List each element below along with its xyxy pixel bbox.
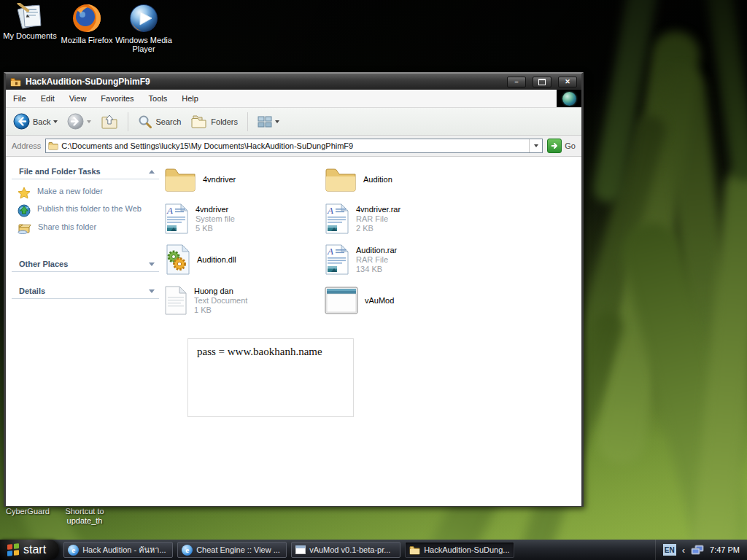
- taskbar-buttons: e Hack Audition - ค้นหา... e Cheat Engin…: [63, 542, 514, 558]
- search-icon: [138, 114, 152, 129]
- file-name: vAuMod: [365, 296, 394, 306]
- menu-edit[interactable]: Edit: [34, 94, 62, 103]
- details-title: Details: [19, 287, 45, 295]
- task-label: Make a new folder: [37, 187, 103, 196]
- taskbar-button-cheat-engine[interactable]: e Cheat Engine :: View ...: [177, 542, 287, 558]
- tray-collapse-icon[interactable]: ‹: [682, 545, 685, 555]
- up-folder-icon: [101, 114, 118, 130]
- menu-file[interactable]: File: [6, 94, 34, 103]
- start-button[interactable]: start: [0, 540, 59, 560]
- language-indicator[interactable]: EN: [663, 544, 676, 556]
- file-type: System file: [196, 214, 235, 224]
- system-tray: EN ‹ 7:47 PM: [655, 540, 747, 560]
- file-folder-tasks-header[interactable]: File and Folder Tasks: [12, 166, 159, 179]
- network-icon[interactable]: [691, 545, 704, 556]
- svg-text:A: A: [327, 205, 333, 216]
- file-tile-audition-rar[interactable]: A Audition.rar RAR File 134 KB: [325, 242, 397, 277]
- file-type: RAR File: [356, 214, 400, 224]
- address-folder-icon: [48, 141, 58, 150]
- folders-label: Folders: [211, 117, 238, 126]
- details-header[interactable]: Details: [12, 285, 159, 299]
- address-bar: Address C:\Documents and Settings\lucky1…: [6, 136, 581, 157]
- file-name: 4vndriver: [203, 175, 236, 184]
- menu-bar: File Edit View Favorites Tools Help: [6, 90, 581, 108]
- taskbar-button-vaumod[interactable]: vAuMod v0.1-beta-pr...: [291, 542, 400, 558]
- desktop-icon-update-shortcut-label[interactable]: Shortcut to update_th: [61, 507, 108, 526]
- back-label: Back: [33, 117, 50, 126]
- file-tile-huong-dan[interactable]: Huong dan Text Document 1 KB: [164, 283, 247, 318]
- desktop-icon-wmp[interactable]: Windows Media Player: [115, 3, 172, 53]
- other-places-header[interactable]: Other Places: [12, 258, 159, 272]
- collapse-icon: [149, 170, 155, 174]
- folder-icon: [164, 166, 196, 192]
- dll-file-icon: [164, 244, 190, 276]
- up-button[interactable]: [98, 112, 121, 131]
- address-input[interactable]: C:\Documents and Settings\lucky15\My Doc…: [45, 139, 543, 153]
- file-name: Audition.dll: [197, 255, 236, 265]
- minimize-icon: –: [514, 79, 518, 85]
- text-document-icon: [164, 285, 187, 316]
- start-label: start: [23, 543, 46, 556]
- toolbar-separator: [128, 112, 128, 131]
- file-name: Audition.rar: [356, 246, 397, 255]
- new-folder-star-icon: [18, 187, 31, 199]
- task-label: HackAudition-SuDung...: [424, 545, 509, 554]
- other-places-title: Other Places: [19, 260, 68, 268]
- windows-media-player-icon: [128, 3, 159, 34]
- file-tile-vaumod[interactable]: vAuMod: [325, 283, 394, 318]
- go-button[interactable]: Go: [547, 139, 576, 153]
- svg-text:A: A: [327, 246, 333, 257]
- file-tile-4vndriver-sys[interactable]: A 4vndriver System file 5 KB: [164, 201, 235, 236]
- menu-view[interactable]: View: [62, 94, 94, 103]
- back-button[interactable]: Back: [10, 112, 61, 131]
- maximize-button[interactable]: [533, 77, 551, 88]
- internet-explorer-icon: e: [182, 545, 193, 556]
- task-label: Publish this folder to the Web: [37, 204, 142, 214]
- close-icon: ✕: [565, 79, 570, 85]
- back-dropdown-icon: [53, 120, 58, 123]
- go-label: Go: [565, 141, 576, 150]
- taskbar-button-hack-audition[interactable]: e Hack Audition - ค้นหา...: [63, 542, 173, 558]
- internet-explorer-icon: e: [68, 545, 79, 556]
- maximize-icon: [538, 79, 546, 85]
- minimize-button[interactable]: –: [507, 77, 526, 88]
- file-tile-audition-dll[interactable]: Audition.dll: [164, 242, 236, 277]
- rar-file-icon: A: [325, 244, 349, 276]
- search-button[interactable]: Search: [135, 113, 184, 131]
- share-folder-link[interactable]: Share this folder: [18, 222, 159, 234]
- file-folder-tasks-list: Make a new folder Publish this folder to…: [18, 187, 159, 234]
- address-dropdown-button[interactable]: [529, 139, 542, 152]
- folder-icon: [325, 166, 357, 192]
- titlebar[interactable]: HackAudition-SuDungPhimF9 – ✕: [6, 74, 581, 90]
- desktop-icon-label: Mozilla Firefox: [61, 36, 113, 44]
- publish-folder-link[interactable]: Publish this folder to the Web: [18, 204, 159, 217]
- back-icon: [13, 113, 30, 130]
- my-documents-icon: [14, 3, 46, 29]
- expand-icon: [149, 262, 155, 266]
- desktop-icon-my-documents[interactable]: My Documents: [1, 3, 58, 53]
- file-tile-4vndriver-rar[interactable]: A 4vndriver.rar RAR File 2 KB: [325, 201, 400, 236]
- clock[interactable]: 7:47 PM: [710, 545, 740, 554]
- desktop-icon-firefox[interactable]: Mozilla Firefox: [58, 3, 115, 53]
- close-button[interactable]: ✕: [558, 77, 577, 88]
- taskbar-button-hackaudition-folder[interactable]: HackAudition-SuDung...: [405, 542, 514, 558]
- menu-favorites[interactable]: Favorites: [93, 94, 141, 103]
- share-folder-icon: [18, 222, 31, 234]
- menu-tools[interactable]: Tools: [142, 94, 175, 103]
- make-new-folder-link[interactable]: Make a new folder: [18, 187, 159, 199]
- window-title: HackAudition-SuDungPhimF9: [26, 77, 500, 87]
- forward-button[interactable]: [64, 112, 94, 131]
- task-label: Cheat Engine :: View ...: [196, 545, 280, 554]
- file-tile-4vndriver-folder[interactable]: 4vndriver: [164, 162, 236, 197]
- views-icon: [258, 116, 272, 128]
- views-button[interactable]: [255, 114, 282, 129]
- forward-icon: [67, 113, 84, 130]
- file-tile-audition-folder[interactable]: Audition: [325, 162, 392, 197]
- explorer-window: HackAudition-SuDungPhimF9 – ✕ File Edit …: [4, 72, 584, 507]
- taskbar: start e Hack Audition - ค้นหา... e Cheat…: [0, 540, 747, 560]
- folders-button[interactable]: Folders: [187, 113, 241, 131]
- task-label: Hack Audition - ค้นหา...: [82, 543, 166, 556]
- menu-help[interactable]: Help: [174, 94, 206, 103]
- desktop-icon-cyberguard-label[interactable]: CyberGuard: [1, 507, 54, 516]
- window-folder-icon: [10, 77, 21, 87]
